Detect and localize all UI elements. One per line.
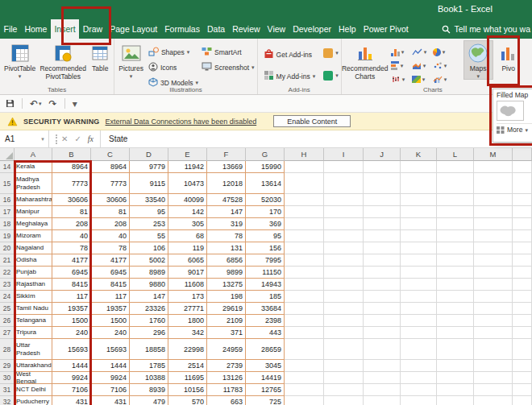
column-header-B[interactable]: B — [52, 148, 91, 161]
cell-E25[interactable]: 27771 — [168, 303, 207, 315]
cell-G32[interactable]: 725 — [246, 396, 285, 405]
cell-C17[interactable]: 81 — [91, 206, 130, 218]
column-header-K[interactable]: K — [401, 148, 437, 161]
cell-F23[interactable]: 13275 — [207, 279, 246, 291]
cell-C28[interactable]: 15693 — [91, 339, 130, 360]
cell-I32[interactable] — [324, 396, 364, 405]
row-header-28[interactable]: 28 — [0, 339, 15, 360]
cell-B27[interactable]: 240 — [52, 327, 91, 339]
recent-addin-1-button[interactable]: ▾ — [323, 47, 339, 59]
redo-button[interactable]: ↷ — [49, 99, 57, 109]
cell-K28[interactable] — [401, 339, 437, 360]
cell-A27[interactable]: Tripura — [15, 327, 52, 339]
cell-I15[interactable] — [324, 173, 364, 194]
cell-F28[interactable]: 24959 — [207, 339, 246, 360]
cell-B30[interactable]: 9924 — [52, 372, 91, 384]
row-header-22[interactable]: 22 — [0, 267, 15, 279]
cell-E20[interactable]: 119 — [168, 242, 207, 254]
cell-K31[interactable] — [401, 384, 437, 396]
cell-D28[interactable]: 18858 — [130, 339, 168, 360]
cell-C21[interactable]: 4177 — [91, 254, 130, 267]
cell-L20[interactable] — [437, 242, 474, 254]
cell-D25[interactable]: 23326 — [130, 303, 168, 315]
tab-page-layout[interactable]: Page Layout — [106, 19, 161, 39]
cell-F30[interactable]: 13126 — [207, 372, 246, 384]
cell-K24[interactable] — [401, 291, 437, 303]
cell-K30[interactable] — [401, 372, 437, 384]
cell-K21[interactable] — [401, 254, 437, 267]
cell-H16[interactable] — [285, 194, 324, 206]
cell-K16[interactable] — [401, 194, 437, 206]
column-header-G[interactable]: G — [246, 148, 285, 161]
cell-J20[interactable] — [364, 242, 401, 254]
cell-K27[interactable] — [401, 327, 437, 339]
cell-B21[interactable]: 4177 — [52, 254, 91, 267]
icons-button[interactable]: Icons — [148, 61, 198, 73]
cell-G22[interactable]: 11150 — [246, 267, 285, 279]
cell-I18[interactable] — [324, 218, 364, 230]
cell-J28[interactable] — [364, 339, 401, 360]
cell-H21[interactable] — [285, 254, 324, 267]
column-header-H[interactable]: H — [285, 148, 324, 161]
cell-L30[interactable] — [437, 372, 474, 384]
cell-L28[interactable] — [437, 339, 474, 360]
cell-F15[interactable]: 12018 — [207, 173, 246, 194]
recommended-charts-button[interactable]: Recommended Charts — [344, 40, 386, 81]
tab-formulas[interactable]: Formulas — [161, 19, 204, 39]
pivotchart-button[interactable]: Pivo — [495, 40, 522, 73]
smartart-button[interactable]: SmartArt — [202, 46, 255, 58]
stock-chart-button[interactable]: ▾ — [389, 72, 410, 86]
cell-G29[interactable]: 3045 — [246, 360, 285, 372]
cell-B25[interactable]: 19357 — [52, 303, 91, 315]
cell-F25[interactable]: 29619 — [207, 303, 246, 315]
cell-G23[interactable]: 14943 — [246, 279, 285, 291]
cell-A18[interactable]: Meghalaya — [15, 218, 52, 230]
name-box[interactable]: A1 — [0, 130, 37, 147]
cell-J15[interactable] — [364, 173, 401, 194]
cell-J24[interactable] — [364, 291, 401, 303]
cell-E16[interactable]: 40099 — [168, 194, 207, 206]
cell-F27[interactable]: 371 — [207, 327, 246, 339]
cell-C32[interactable]: 431 — [91, 396, 130, 405]
cell-G16[interactable]: 52030 — [246, 194, 285, 206]
recent-addin-2-button[interactable]: ▾ — [323, 69, 339, 81]
cell-H19[interactable] — [285, 230, 324, 242]
cell-B14[interactable]: 8964 — [52, 161, 91, 173]
tab-home[interactable]: Home — [21, 19, 51, 39]
cell-J29[interactable] — [364, 360, 401, 372]
cell-G20[interactable]: 156 — [246, 242, 285, 254]
cell-I29[interactable] — [324, 360, 364, 372]
cell-D23[interactable]: 9880 — [130, 279, 168, 291]
cell-L31[interactable] — [437, 384, 474, 396]
more-filled-maps-button[interactable]: More ▾ — [497, 123, 532, 134]
cell-D30[interactable]: 10388 — [130, 372, 168, 384]
column-header-D[interactable]: D — [130, 148, 168, 161]
cell-H28[interactable] — [285, 339, 324, 360]
cell-D20[interactable]: 106 — [130, 242, 168, 254]
row-header-23[interactable]: 23 — [0, 279, 15, 291]
cell-F29[interactable]: 2739 — [207, 360, 246, 372]
cell-F14[interactable]: 13669 — [207, 161, 246, 173]
cell-K18[interactable] — [401, 218, 437, 230]
cell-E21[interactable]: 6065 — [168, 254, 207, 267]
cell-G31[interactable]: 12765 — [246, 384, 285, 396]
scatter-chart-button[interactable]: ▾ — [431, 59, 452, 72]
cell-K29[interactable] — [401, 360, 437, 372]
cell-I26[interactable] — [324, 315, 364, 327]
cell-L32[interactable] — [437, 396, 474, 405]
cell-K23[interactable] — [401, 279, 437, 291]
formula-content[interactable]: State — [101, 134, 127, 143]
cell-B17[interactable]: 81 — [52, 206, 91, 218]
cell-H27[interactable] — [285, 327, 324, 339]
cell-M25[interactable] — [474, 303, 513, 315]
pie-chart-button[interactable]: ▾ — [431, 45, 452, 59]
line-chart-button[interactable]: ▾ — [410, 45, 431, 59]
cell-K26[interactable] — [401, 315, 437, 327]
cell-K22[interactable] — [401, 267, 437, 279]
row-header-32[interactable]: 32 — [0, 396, 15, 405]
cell-I19[interactable] — [324, 230, 364, 242]
screenshot-button[interactable]: Screenshot ▾ — [202, 61, 255, 73]
row-header-20[interactable]: 20 — [0, 242, 15, 254]
cell-J25[interactable] — [364, 303, 401, 315]
cell-H20[interactable] — [285, 242, 324, 254]
